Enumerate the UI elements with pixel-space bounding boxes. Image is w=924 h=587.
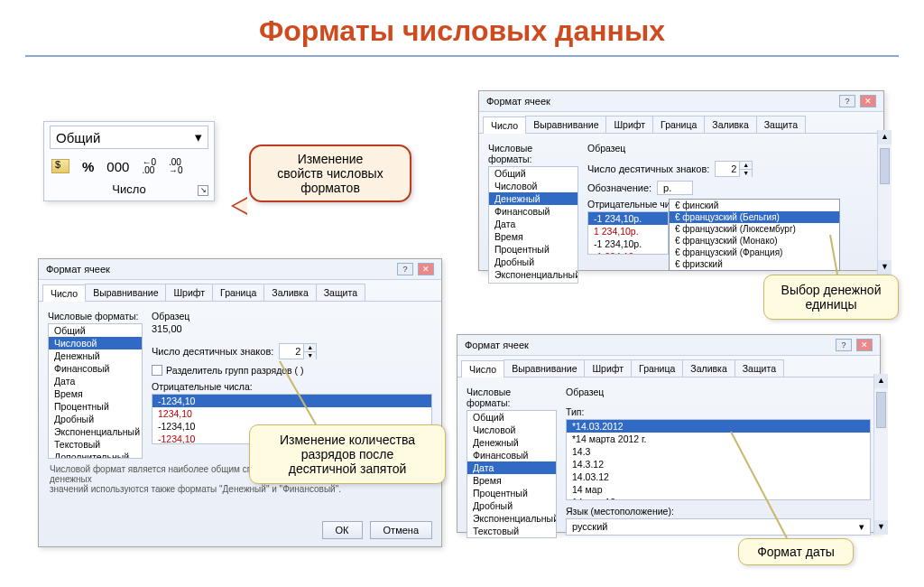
- spinner-up-icon[interactable]: ▲: [739, 162, 752, 169]
- thousands-separator-checkbox[interactable]: Разделитель групп разрядов ( ): [152, 365, 432, 376]
- scroll-down-icon[interactable]: ▼: [878, 260, 892, 275]
- list-item[interactable]: -1234,10: [152, 395, 431, 407]
- list-item[interactable]: Дата: [49, 375, 142, 387]
- list-item[interactable]: Текстовый: [49, 438, 142, 451]
- close-icon[interactable]: ✕: [856, 339, 873, 351]
- tab-number[interactable]: Число: [461, 360, 504, 377]
- scroll-thumb[interactable]: [876, 392, 886, 428]
- list-item[interactable]: -1 234,10р.: [588, 238, 668, 250]
- scrollbar[interactable]: ▲ ▼: [877, 130, 892, 275]
- list-item[interactable]: Экспоненциальный: [489, 268, 578, 281]
- list-item[interactable]: Общий: [49, 324, 142, 337]
- tab-border[interactable]: Граница: [212, 284, 264, 301]
- list-item[interactable]: Числовой: [49, 337, 142, 349]
- list-item[interactable]: Финансовый: [467, 449, 556, 461]
- dropdown-item[interactable]: € французский (Монако): [670, 235, 839, 247]
- format-category-list[interactable]: Общий Числовой Денежный Финансовый Дата …: [48, 323, 143, 459]
- dialog-launcher-icon[interactable]: ↘: [198, 185, 208, 196]
- tab-protection[interactable]: Защита: [735, 359, 784, 377]
- scroll-down-icon[interactable]: ▼: [874, 520, 888, 535]
- list-item[interactable]: Экспоненциальный: [467, 512, 556, 525]
- help-icon[interactable]: ?: [397, 263, 413, 275]
- list-item[interactable]: -1 234,10р.: [588, 212, 668, 225]
- list-item[interactable]: Дополнительный: [49, 451, 142, 459]
- tab-font[interactable]: Шрифт: [605, 116, 653, 133]
- list-item[interactable]: Дробный: [49, 413, 142, 425]
- list-item[interactable]: Дополнительный: [467, 537, 556, 538]
- list-item[interactable]: 14 мар: [567, 483, 870, 496]
- list-item[interactable]: Финансовый: [489, 205, 578, 218]
- list-item[interactable]: Текстовый: [467, 525, 556, 537]
- scroll-up-icon[interactable]: ▲: [878, 130, 892, 144]
- help-icon[interactable]: ?: [839, 95, 855, 107]
- tab-alignment[interactable]: Выравнивание: [525, 116, 606, 133]
- list-item[interactable]: 14.03.12: [567, 471, 870, 483]
- list-item[interactable]: 1 234,10р.: [588, 225, 668, 238]
- list-item[interactable]: Дробный: [489, 256, 578, 268]
- decimal-places-spinner[interactable]: ▲▼: [715, 161, 753, 177]
- scroll-up-icon[interactable]: ▲: [874, 374, 888, 388]
- cancel-button[interactable]: Отмена: [370, 521, 432, 539]
- tab-font[interactable]: Шрифт: [584, 359, 632, 377]
- list-item[interactable]: Денежный: [467, 436, 556, 449]
- spinner-down-icon[interactable]: ▼: [303, 351, 316, 359]
- date-type-list[interactable]: *14.03.2012 *14 марта 2012 г. 14.3 14.3.…: [566, 419, 871, 500]
- ok-button[interactable]: ОК: [322, 521, 363, 539]
- help-icon[interactable]: ?: [836, 339, 852, 351]
- percent-icon[interactable]: %: [82, 159, 94, 174]
- list-item[interactable]: Общий: [467, 411, 556, 424]
- list-item[interactable]: 14.3: [567, 445, 870, 458]
- format-category-list[interactable]: Общий Числовой Денежный Финансовый Дата …: [488, 166, 578, 284]
- list-item[interactable]: Процентный: [467, 487, 556, 499]
- list-item[interactable]: 1234,10: [152, 407, 431, 420]
- decimal-places-input[interactable]: [280, 344, 303, 359]
- decimal-places-spinner[interactable]: ▲▼: [279, 343, 317, 359]
- list-item[interactable]: Текстовый: [489, 281, 578, 284]
- locale-dropdown[interactable]: русский ▾: [566, 518, 871, 536]
- list-item[interactable]: Числовой: [489, 180, 578, 192]
- increase-decimal-icon[interactable]: ←0.00: [142, 158, 156, 174]
- list-item[interactable]: Дата: [489, 218, 578, 230]
- list-item[interactable]: 14.3.12: [567, 458, 870, 471]
- list-item[interactable]: Числовой: [467, 424, 556, 436]
- currency-symbol-dropdown[interactable]: р.: [657, 181, 693, 195]
- list-item[interactable]: Процентный: [49, 400, 142, 413]
- decimal-places-input[interactable]: [716, 162, 739, 176]
- currency-icon[interactable]: $: [51, 159, 69, 173]
- spinner-up-icon[interactable]: ▲: [303, 344, 316, 351]
- negative-numbers-list[interactable]: -1 234,10р. 1 234,10р. -1 234,10р. -1 23…: [587, 211, 669, 255]
- tab-fill[interactable]: Заливка: [682, 359, 735, 377]
- tab-number[interactable]: Число: [483, 116, 526, 134]
- dropdown-item[interactable]: € финский: [670, 200, 839, 211]
- tab-border[interactable]: Граница: [631, 359, 683, 377]
- close-icon[interactable]: ✕: [860, 95, 876, 107]
- tab-fill[interactable]: Заливка: [263, 284, 316, 301]
- list-item[interactable]: Общий: [489, 167, 578, 180]
- tab-border[interactable]: Граница: [652, 116, 705, 133]
- list-item[interactable]: Дробный: [467, 499, 556, 512]
- list-item[interactable]: *14 марта 2012 г.: [567, 433, 870, 445]
- dropdown-item[interactable]: € французский (Франция): [670, 247, 839, 258]
- list-item[interactable]: Время: [49, 387, 142, 400]
- tab-fill[interactable]: Заливка: [704, 116, 756, 133]
- format-category-list[interactable]: Общий Числовой Денежный Финансовый Дата …: [467, 410, 557, 538]
- dropdown-item[interactable]: € французский (Бельгия): [670, 211, 839, 223]
- scroll-thumb[interactable]: [880, 148, 890, 184]
- tab-protection[interactable]: Защита: [316, 284, 365, 301]
- list-item[interactable]: Денежный: [489, 192, 578, 205]
- dropdown-item[interactable]: € французский (Люксембург): [670, 223, 839, 235]
- list-item[interactable]: Денежный: [49, 349, 142, 362]
- tab-alignment[interactable]: Выравнивание: [85, 284, 166, 301]
- tab-alignment[interactable]: Выравнивание: [504, 359, 585, 377]
- list-item[interactable]: Время: [467, 474, 556, 487]
- list-item[interactable]: *14.03.2012: [567, 420, 870, 433]
- spinner-down-icon[interactable]: ▼: [739, 169, 752, 177]
- tab-number[interactable]: Число: [42, 284, 86, 302]
- list-item[interactable]: Время: [489, 230, 578, 243]
- list-item[interactable]: Процентный: [489, 243, 578, 256]
- list-item[interactable]: -1 234,10р.: [588, 250, 668, 255]
- list-item[interactable]: Экспоненциальный: [49, 425, 142, 438]
- scrollbar[interactable]: ▲ ▼: [873, 374, 888, 535]
- currency-symbol-dropdown-open[interactable]: € финский € французский (Бельгия) € фран…: [669, 199, 840, 271]
- tab-protection[interactable]: Защита: [756, 116, 806, 133]
